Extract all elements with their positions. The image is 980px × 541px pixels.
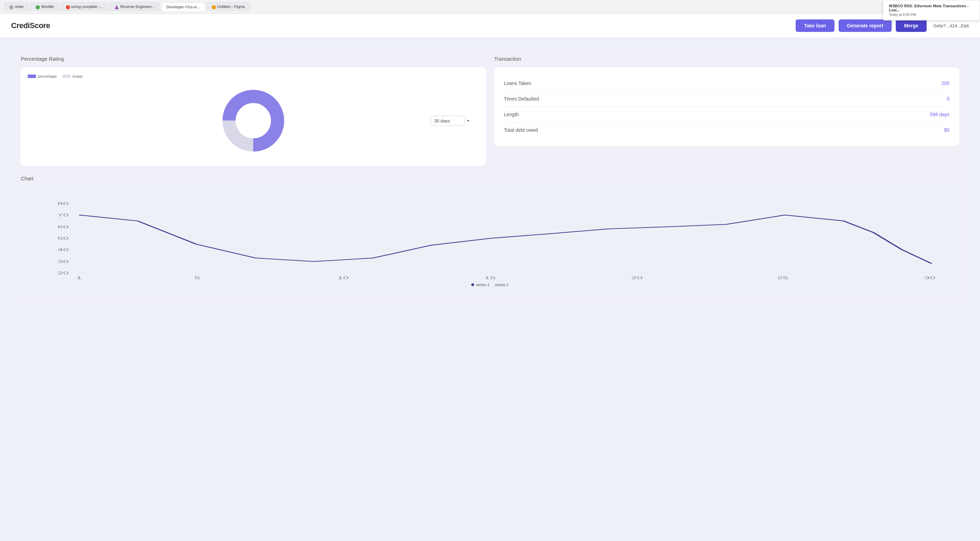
chart-legend: series-1 series-1 bbox=[28, 282, 952, 287]
transaction-row-total-debt: Total debt owed $0 bbox=[504, 123, 950, 138]
donut-container: 30 days 7 days 90 days bbox=[28, 83, 479, 159]
legend-percentage-label: percentage bbox=[38, 74, 57, 78]
loans-taken-label: Loans Taken bbox=[504, 80, 531, 86]
svg-text:30: 30 bbox=[924, 276, 935, 280]
svg-text:40: 40 bbox=[57, 248, 69, 252]
svg-text:60: 60 bbox=[57, 225, 69, 229]
chart-legend-label-1: series-1 bbox=[476, 282, 489, 287]
transaction-row-times-defaulted: Times Defaulted 0 bbox=[504, 91, 950, 107]
times-defaulted-label: Times Defaulted bbox=[504, 96, 539, 102]
percentage-rating-section: Percentage Rating percentage empty bbox=[21, 56, 486, 166]
svg-text:20: 20 bbox=[57, 271, 69, 275]
line-chart-polyline bbox=[79, 215, 931, 263]
loans-taken-value: 205 bbox=[942, 80, 950, 86]
svg-text:1: 1 bbox=[76, 276, 82, 280]
header-actions: Take loan Generate report Merge 0x6e7...… bbox=[795, 19, 969, 32]
dashboard-card: Percentage Rating percentage empty bbox=[11, 46, 969, 303]
chart-legend-item-2: series-1 bbox=[495, 282, 509, 287]
browser-chrome: order Worldle turing complete -... Rever… bbox=[0, 0, 980, 14]
chart-legend-item-1: series-1 bbox=[471, 282, 489, 287]
svg-text:80: 80 bbox=[57, 202, 69, 206]
transaction-panel: Loans Taken 205 Times Defaulted 0 Length… bbox=[494, 67, 959, 146]
line-chart-svg: 80 70 60 50 40 30 20 1 5 10 15 bbox=[28, 196, 952, 280]
transaction-section: Transaction Loans Taken 205 Times Defaul… bbox=[494, 56, 959, 166]
svg-text:50: 50 bbox=[57, 236, 69, 240]
svg-text:70: 70 bbox=[57, 213, 69, 217]
generate-report-button[interactable]: Generate report bbox=[838, 19, 892, 32]
chart-legend-label-2: series-1 bbox=[495, 282, 509, 287]
take-loan-button[interactable]: Take loan bbox=[795, 19, 834, 32]
svg-text:30: 30 bbox=[57, 260, 69, 263]
donut-panel: percentage empty bbox=[21, 67, 486, 166]
top-section: Percentage Rating percentage empty bbox=[21, 56, 959, 166]
legend-item-percentage: percentage bbox=[28, 74, 57, 78]
browser-tab-turing[interactable]: turing complete -... bbox=[60, 2, 108, 11]
total-debt-label: Total debt owed bbox=[504, 127, 538, 133]
merge-button[interactable]: Merge bbox=[896, 19, 927, 32]
notification-time: Today at 8:00 PM bbox=[889, 13, 974, 17]
svg-text:10: 10 bbox=[337, 276, 349, 280]
browser-tab-developer[interactable]: Developer-Y/cs-vi... bbox=[161, 2, 205, 11]
browser-tab-order[interactable]: order bbox=[4, 2, 29, 11]
transaction-title: Transaction bbox=[494, 56, 959, 62]
length-value: 598 days bbox=[930, 112, 950, 117]
legend-color-percentage bbox=[28, 75, 36, 78]
browser-tab-reverse[interactable]: Reverse Engineeri... bbox=[110, 2, 160, 11]
app-header: CrediScore Take loan Generate report Mer… bbox=[0, 14, 980, 38]
chart-legend-dot-1 bbox=[471, 283, 474, 286]
transaction-row-length: Length 598 days bbox=[504, 107, 950, 123]
svg-text:20: 20 bbox=[631, 276, 643, 280]
app-logo: CrediScore bbox=[11, 21, 50, 30]
donut-legend: percentage empty bbox=[28, 74, 479, 78]
wallet-address: 0x6e7...424...Eb6 bbox=[934, 23, 969, 29]
chart-title: Chart bbox=[21, 176, 959, 181]
svg-text:5: 5 bbox=[194, 276, 200, 280]
time-period-dropdown[interactable]: 30 days 7 days 90 days bbox=[430, 116, 465, 126]
total-debt-value: $0 bbox=[944, 127, 950, 133]
browser-tabs: order Worldle turing complete -... Rever… bbox=[4, 2, 976, 11]
browser-tab-worldle[interactable]: Worldle bbox=[30, 2, 59, 11]
main-content: Percentage Rating percentage empty bbox=[0, 38, 980, 320]
length-label: Length bbox=[504, 112, 519, 117]
legend-color-empty bbox=[62, 75, 71, 78]
legend-item-empty: empty bbox=[62, 74, 83, 78]
transaction-row-loans-taken: Loans Taken 205 bbox=[504, 76, 950, 91]
svg-text:25: 25 bbox=[777, 276, 788, 280]
notification-toast: W3BCO RSS: Ethereum Meta Transactions - … bbox=[883, 0, 980, 21]
percentage-rating-title: Percentage Rating bbox=[21, 56, 486, 62]
chart-svg-container: 80 70 60 50 40 30 20 1 5 10 15 bbox=[28, 196, 952, 280]
chart-panel: 80 70 60 50 40 30 20 1 5 10 15 bbox=[21, 187, 959, 294]
legend-empty-label: empty bbox=[72, 74, 83, 78]
notification-title: W3BCO RSS: Ethereum Meta Transactions - … bbox=[889, 4, 974, 12]
chart-section: Chart 80 bbox=[21, 176, 959, 294]
browser-tab-figma[interactable]: Untitled – Figma bbox=[207, 2, 250, 11]
donut-chart-svg bbox=[219, 86, 288, 155]
svg-text:15: 15 bbox=[484, 276, 496, 280]
times-defaulted-value: 0 bbox=[947, 96, 950, 102]
